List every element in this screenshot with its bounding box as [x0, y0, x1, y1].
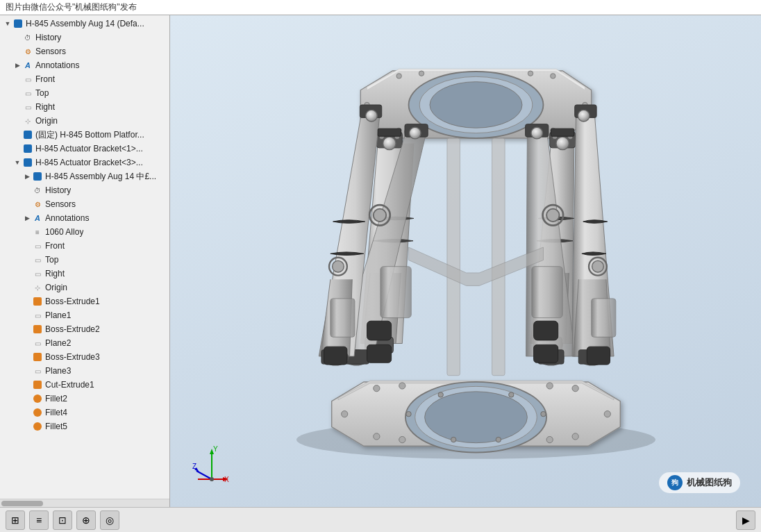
tree-item-front1[interactable]: ▶ ▭ Front [0, 72, 169, 86]
tree-item-alloy1060[interactable]: ▶ ≡ 1060 Alloy [0, 225, 169, 239]
tree-item-label: (固定) H-845 Bottom Platfor... [35, 129, 144, 141]
tree-item-label: Sensors [45, 199, 76, 209]
expand-arrow[interactable]: ▶ [22, 172, 32, 181]
tree-item-label: Plane1 [45, 310, 71, 320]
tree-item-right1[interactable]: ▶ ▭ Right [0, 100, 169, 114]
svg-rect-84 [534, 344, 558, 363]
tree-item-boss-extrude1[interactable]: ▶ Boss-Extrude1 [0, 294, 169, 308]
svg-point-27 [396, 74, 401, 78]
annotation-icon: A [22, 60, 33, 71]
logo-icon: 狗 [667, 475, 683, 490]
tree-item-boss-extrude2[interactable]: ▶ Boss-Extrude2 [0, 322, 169, 336]
svg-point-102 [210, 477, 214, 481]
tree-item-top2[interactable]: ▶ ▭ Top [0, 253, 169, 267]
svg-point-18 [451, 437, 455, 442]
tree-item-label: Plane3 [45, 366, 71, 376]
3d-viewport[interactable]: Y X Z 狗 机械图纸狗 [170, 15, 761, 507]
tree-item-label: H-845 Actuator Bracket<3>... [35, 158, 143, 167]
tree-item-annotations2[interactable]: ▶ A Annotations [0, 211, 169, 225]
material-icon: ≡ [32, 226, 43, 238]
tree-item-plane3[interactable]: ▶ ▭ Plane3 [0, 364, 169, 378]
svg-point-21 [406, 411, 411, 416]
plane-icon: ▭ [22, 74, 33, 85]
svg-rect-81 [324, 347, 347, 365]
tree-item-annotations1[interactable]: ▶ A Annotations [0, 58, 169, 72]
tree-item-history1[interactable]: ▶ ⏱ History [0, 31, 169, 44]
history-icon: ⏱ [32, 185, 43, 196]
svg-point-30 [551, 74, 555, 78]
tree-item-label: Plane2 [45, 338, 71, 348]
feature-tree-content[interactable]: ▼ H-845 Assembly Aug 14 (Defa... ▶ ⏱ His… [0, 15, 169, 499]
svg-rect-75 [380, 267, 411, 318]
tree-item-origin1[interactable]: ▶ ⊹ Origin [0, 114, 169, 128]
expand-arrow[interactable]: ▼ [12, 158, 22, 167]
main-area: ▼ H-845 Assembly Aug 14 (Defa... ▶ ⏱ His… [0, 15, 761, 507]
tree-item-label: H-845 Actuator Bracket<1>... [35, 144, 143, 153]
sidebar-hscroll-thumb[interactable] [1, 501, 43, 506]
tree-item-label: Front [45, 241, 65, 251]
tree-item-label: Origin [35, 116, 58, 126]
tree-item-front2[interactable]: ▶ ▭ Front [0, 239, 169, 253]
tree-item-label: Annotations [45, 213, 89, 223]
logo-watermark: 狗 机械图纸狗 [659, 472, 740, 493]
toolbar-btn-grid[interactable]: ⊞ [6, 510, 25, 530]
svg-point-15 [604, 411, 610, 417]
tree-item-actuator-bracket3[interactable]: ▼ H-845 Actuator Bracket<3>... [0, 156, 169, 169]
svg-point-72 [333, 260, 344, 272]
fillet-icon [32, 407, 43, 418]
expand-arrow[interactable]: ▶ [12, 60, 22, 70]
feature-icon [32, 351, 43, 363]
tree-item-top1[interactable]: ▶ ▭ Top [0, 86, 169, 100]
assembly-icon [12, 18, 24, 29]
fillet-icon [32, 421, 43, 432]
svg-point-29 [528, 71, 533, 76]
tree-item-fillet2[interactable]: ▶ Fillet2 [0, 392, 169, 406]
tree-item-fillet5[interactable]: ▶ Fillet5 [0, 419, 169, 433]
toolbar-btn-circle[interactable]: ◎ [100, 510, 119, 530]
tree-item-label: H-845 Assembly Aug 14 (Defa... [26, 19, 144, 28]
tree-item-history2[interactable]: ▶ ⏱ History [0, 183, 169, 197]
logo-text: 机械图纸狗 [687, 476, 732, 489]
tree-item-root[interactable]: ▼ H-845 Assembly Aug 14 (Defa... [0, 17, 169, 31]
tree-item-sensors1[interactable]: ▶ ⚙ Sensors [0, 44, 169, 58]
plane-icon: ▭ [32, 365, 43, 376]
toolbar-btn-list[interactable]: ≡ [29, 510, 49, 530]
tree-item-boss-extrude3[interactable]: ▶ Boss-Extrude3 [0, 350, 169, 364]
svg-rect-79 [367, 321, 392, 340]
toolbar-btn-play[interactable]: ▶ [736, 510, 755, 530]
svg-point-13 [572, 433, 578, 440]
tree-item-assembly-sub[interactable]: ▶ H-845 Assembly Aug 14 中£... [0, 169, 169, 183]
tree-item-cut-extrude1[interactable]: ▶ Cut-Extrude1 [0, 378, 169, 392]
tree-item-label: Annotations [35, 60, 79, 70]
tree-item-right2[interactable]: ▶ ▭ Right [0, 267, 169, 281]
svg-point-16 [438, 392, 443, 397]
tree-item-plane2[interactable]: ▶ ▭ Plane2 [0, 336, 169, 350]
tree-item-origin2[interactable]: ▶ ⊹ Origin [0, 281, 169, 294]
toolbar-btn-plus[interactable]: ⊕ [76, 510, 96, 530]
sensor-icon: ⚙ [22, 46, 33, 57]
sidebar-hscroll[interactable] [0, 499, 169, 507]
toolbar-btn-box[interactable]: ⊡ [53, 510, 72, 530]
tree-item-label: History [45, 185, 71, 195]
tree-item-label: Fillet4 [45, 408, 67, 417]
expand-arrow[interactable]: ▼ [3, 19, 12, 28]
expand-arrow[interactable]: ▶ [22, 213, 32, 223]
tree-item-fillet4[interactable]: ▶ Fillet4 [0, 406, 169, 419]
svg-point-8 [546, 383, 553, 389]
tree-item-plane1[interactable]: ▶ ▭ Plane1 [0, 308, 169, 322]
tree-item-sensors2[interactable]: ▶ ⚙ Sensors [0, 197, 169, 211]
tree-item-actuator-bracket1[interactable]: ▶ H-845 Actuator Bracket<1>... [0, 142, 169, 156]
svg-point-6 [374, 385, 380, 392]
feature-tree-sidebar: ▼ H-845 Assembly Aug 14 (Defa... ▶ ⏱ His… [0, 15, 170, 507]
svg-point-17 [509, 392, 514, 397]
tree-item-label: History [35, 33, 61, 42]
part-icon [22, 157, 33, 168]
annotation-icon: A [32, 213, 43, 224]
plane-icon: ▭ [32, 240, 43, 251]
svg-point-11 [399, 436, 405, 442]
tree-item-label: Sensors [35, 47, 66, 56]
tree-item-bottom-platform[interactable]: ▶ (固定) H-845 Bottom Platfor... [0, 128, 169, 142]
tree-item-label: Front [35, 74, 55, 84]
tree-item-label: Top [45, 255, 58, 265]
plane-icon: ▭ [32, 338, 43, 349]
